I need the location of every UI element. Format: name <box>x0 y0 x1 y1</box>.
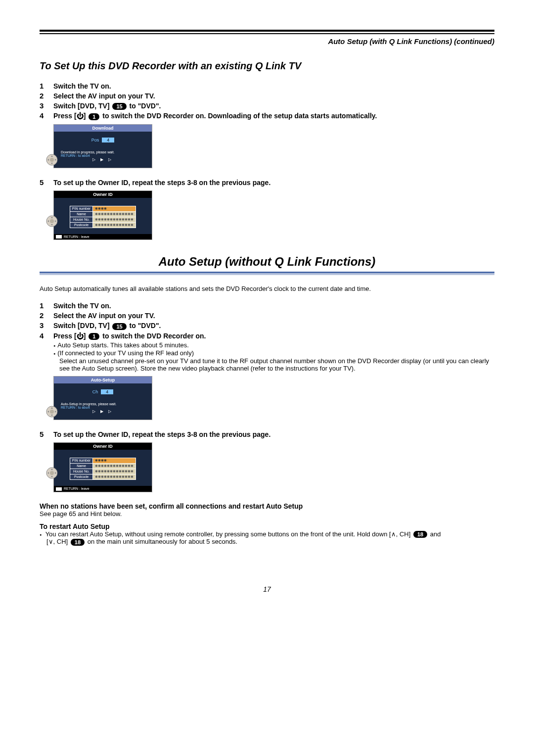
return-icon <box>56 235 62 238</box>
button-badge-18: 18 <box>413 531 427 538</box>
intro-text: Auto Setup automatically tunes all avail… <box>40 285 494 292</box>
button-badge-15: 15 <box>112 103 126 110</box>
step-number: 2 <box>40 92 53 100</box>
step-post: to "DVD". <box>128 322 161 330</box>
return-icon <box>56 487 62 491</box>
step-text: To set up the Owner ID, repeat the steps… <box>53 179 494 187</box>
table-row: Name✱✱✱✱✱✱✱✱✱✱✱✱✱ <box>70 463 135 469</box>
bullet-item: (If connected to your TV using the RF le… <box>53 349 494 357</box>
step-text: Press [⏻] 1 to switch the DVD Recorder o… <box>53 112 494 120</box>
step-text: Switch the TV on. <box>53 302 494 310</box>
name-label: Name <box>70 463 92 469</box>
table-row: PIN number✱✱✱✱ <box>70 458 135 463</box>
page-header-title: Auto Setup (with Q Link Functions) (cont… <box>40 37 494 46</box>
table-row: Postcode✱✱✱✱✱✱✱✱✱✱✱✱✱ <box>70 474 135 479</box>
step-text: Select the AV input on your TV. <box>53 312 494 320</box>
note-heading-2: To restart Auto Setup <box>40 522 494 530</box>
download-pos-row: Pos4 <box>58 138 148 142</box>
svg-point-7 <box>50 471 54 475</box>
table-row: Name✱✱✱✱✱✱✱✱✱✱✱✱✱ <box>70 211 135 217</box>
autosetup-ch-row: Ch4 <box>58 389 148 394</box>
step-item: 1 Switch the TV on. <box>40 301 494 310</box>
step-item: 1 Switch the TV on. <box>40 82 494 90</box>
step-post: to switch the DVD Recorder on. <box>100 332 206 340</box>
step-post: to switch the DVD Recorder on. Downloadi… <box>100 112 377 120</box>
name-label: Name <box>70 211 92 217</box>
svg-point-3 <box>50 219 54 223</box>
step-post: to "DVD". <box>128 102 161 110</box>
section2-steps: 1 Switch the TV on. 2 Select the AV inpu… <box>40 301 494 340</box>
return-text: RETURN : leave <box>63 487 89 490</box>
step-item: 2 Select the AV input on your TV. <box>40 311 494 320</box>
step-number: 1 <box>40 301 53 310</box>
note-heading-1: When no stations have been set, confirm … <box>40 502 494 510</box>
download-msg1: Download in progress, please wait. <box>61 150 145 154</box>
step-item: 3 Switch [DVD, TV] 15 to "DVD". <box>40 321 494 330</box>
ch-label: Ch <box>92 389 98 394</box>
step-text: Press [⏻] 1 to switch the DVD Recorder o… <box>53 332 494 340</box>
postcode-label: Postcode <box>70 474 92 479</box>
note-post: and <box>428 530 441 538</box>
cursor-pad-icon <box>46 406 58 418</box>
step-number: 5 <box>40 430 53 438</box>
autosetup-msg2: RETURN : to abort <box>61 406 145 409</box>
download-arrows: ▷ ▶ ▷ <box>61 157 145 162</box>
button-badge-1: 1 <box>89 113 99 120</box>
svg-point-1 <box>50 158 54 162</box>
note-text-1: See page 65 and Hint below. <box>40 510 494 518</box>
return-text: RETURN : leave <box>63 235 89 238</box>
note-line2: [∨, CH] 18 on the main unit simultaneous… <box>40 538 494 546</box>
step-number: 4 <box>40 331 53 340</box>
step-text: Switch the TV on. <box>53 82 494 90</box>
name-value: ✱✱✱✱✱✱✱✱✱✱✱✱✱ <box>93 211 136 217</box>
note-post: on the main unit simultaneously for abou… <box>86 538 237 545</box>
cursor-pad-icon <box>46 215 58 227</box>
ch-value: 4 <box>101 389 113 394</box>
autosetup-screen: Auto-Setup Ch4 Auto-Setup in progress, p… <box>53 376 152 420</box>
cursor-pad-icon <box>46 154 58 166</box>
postcode-value: ✱✱✱✱✱✱✱✱✱✱✱✱✱ <box>93 222 136 228</box>
bullet-item: Auto Setup starts. This takes about 5 mi… <box>53 341 494 349</box>
step-item: 5 To set up the Owner ID, repeat the ste… <box>40 178 494 187</box>
step-pre: Press [⏻] <box>53 332 88 340</box>
step-item: 3 Switch [DVD, TV] 15 to "DVD". <box>40 101 494 110</box>
pin-value: ✱✱✱✱ <box>93 458 136 463</box>
header-rule-thin <box>40 33 494 34</box>
step-item: 4 Press [⏻] 1 to switch the DVD Recorder… <box>40 331 494 340</box>
pin-label: PIN number <box>70 206 92 211</box>
page-number: 17 <box>40 585 494 593</box>
step-number: 3 <box>40 101 53 110</box>
download-title: Download <box>54 125 152 132</box>
table-row: PIN number✱✱✱✱ <box>70 206 135 211</box>
owner-id-screen-2: Owner ID PIN number✱✱✱✱ Name✱✱✱✱✱✱✱✱✱✱✱✱… <box>53 442 152 492</box>
autosetup-msg1: Auto-Setup in progress, please wait. <box>61 402 145 406</box>
postcode-value: ✱✱✱✱✱✱✱✱✱✱✱✱✱ <box>93 474 136 479</box>
house-value: ✱✱✱✱✱✱✱✱✱✱✱✱✱ <box>93 217 136 222</box>
step-number: 2 <box>40 311 53 320</box>
header-rule-thick <box>40 30 494 32</box>
pin-value: ✱✱✱✱ <box>93 206 136 211</box>
step-item: 2 Select the AV input on your TV. <box>40 92 494 100</box>
note-pre: [∨, CH] <box>46 538 70 545</box>
section2-bullets: Auto Setup starts. This takes about 5 mi… <box>40 341 494 357</box>
step-text: Switch [DVD, TV] 15 to "DVD". <box>53 322 494 330</box>
autosetup-title: Auto-Setup <box>54 377 152 383</box>
pin-label: PIN number <box>70 458 92 463</box>
table-row: House No.✱✱✱✱✱✱✱✱✱✱✱✱✱ <box>70 217 135 222</box>
owner-title: Owner ID <box>54 443 152 450</box>
step-number: 5 <box>40 178 53 187</box>
house-label: House No. <box>70 217 92 222</box>
owner-table: PIN number✱✱✱✱ Name✱✱✱✱✱✱✱✱✱✱✱✱✱ House N… <box>70 206 136 228</box>
step-pre: Switch [DVD, TV] <box>53 102 111 110</box>
section1-title: To Set Up this DVD Recorder with an exis… <box>40 60 494 72</box>
download-msg2: RETURN : to abort <box>61 154 145 157</box>
button-badge-15: 15 <box>112 323 126 330</box>
section1-steps: 1 Switch the TV on. 2 Select the AV inpu… <box>40 82 494 120</box>
note-pre: You can restart Auto Setup, without usin… <box>45 530 412 538</box>
step-pre: Press [⏻] <box>53 112 88 120</box>
house-value: ✱✱✱✱✱✱✱✱✱✱✱✱✱ <box>93 469 136 474</box>
step-number: 3 <box>40 321 53 330</box>
owner-return: RETURN : leave <box>54 486 152 492</box>
postcode-label: Postcode <box>70 222 92 228</box>
button-badge-18: 18 <box>71 539 85 546</box>
